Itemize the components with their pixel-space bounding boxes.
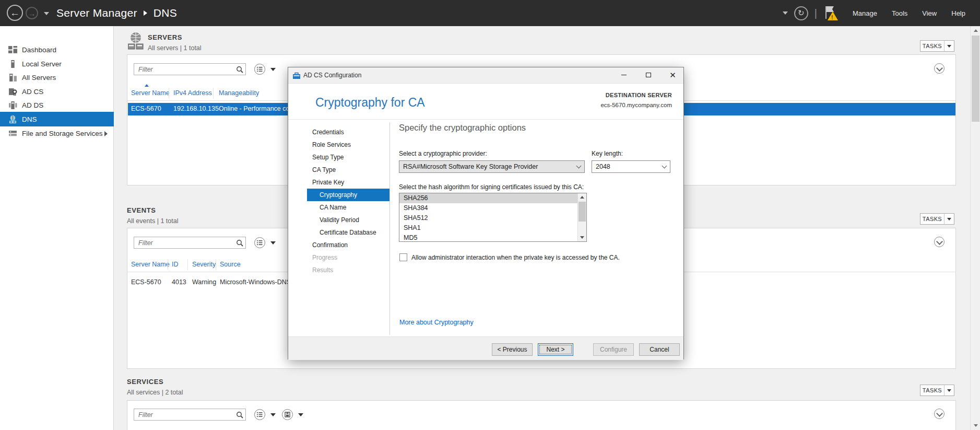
servers-tasks-button[interactable]: TASKS — [920, 40, 954, 52]
previous-button[interactable]: < Previous — [492, 343, 533, 356]
events-col-severity[interactable]: Severity — [192, 261, 216, 268]
listbox-scrollbar-thumb[interactable] — [578, 202, 586, 222]
events-col-server-name[interactable]: Server Name — [131, 261, 170, 268]
configure-button: Configure — [593, 343, 634, 356]
sidebar-item-dns[interactable]: DNS — [0, 112, 114, 126]
servers-col-ipv4[interactable]: IPv4 Address — [173, 89, 212, 97]
hash-option-sha384[interactable]: SHA384 — [399, 203, 577, 213]
sidebar: Dashboard Local Server All Servers AD CS… — [0, 26, 114, 430]
tasks-label: TASKS — [920, 216, 944, 222]
step-confirmation[interactable]: Confirmation — [307, 239, 389, 251]
events-filter-input[interactable] — [134, 239, 234, 247]
step-cryptography[interactable]: Cryptography — [307, 189, 389, 201]
events-section-subtitle: All events | 1 total — [127, 217, 178, 225]
services-panel — [127, 400, 956, 430]
provider-combobox[interactable]: RSA#Microsoft Software Key Storage Provi… — [399, 160, 585, 173]
sidebar-item-dashboard[interactable]: Dashboard — [0, 43, 114, 57]
tasks-caret-icon — [944, 218, 954, 220]
events-col-source[interactable]: Source — [220, 261, 241, 268]
listbox-scrollbar[interactable] — [577, 193, 586, 241]
step-ca-type[interactable]: CA Type — [307, 164, 389, 176]
step-setup-type[interactable]: Setup Type — [307, 151, 389, 164]
search-icon — [234, 239, 245, 247]
menu-view[interactable]: View — [915, 0, 944, 26]
allow-admin-interaction-checkbox[interactable] — [399, 253, 407, 261]
search-icon — [234, 411, 245, 419]
dialog-titlebar[interactable]: AD CS Configuration ✕ — [288, 67, 683, 84]
servers-col-manageability[interactable]: Manageability — [219, 89, 259, 97]
servers-view-caret-icon[interactable] — [270, 68, 276, 71]
maximize-icon[interactable] — [639, 68, 658, 82]
services-collapse-icon[interactable] — [934, 409, 944, 419]
servers-col-server-name[interactable]: Server Name — [131, 89, 170, 97]
events-tasks-button[interactable]: TASKS — [920, 213, 954, 225]
allow-admin-interaction-label: Allow administrator interaction when the… — [411, 254, 620, 261]
sidebar-item-all-servers[interactable]: All Servers — [0, 71, 114, 85]
step-credentials[interactable]: Credentials — [307, 126, 389, 138]
servers-filter-input[interactable] — [134, 66, 234, 73]
sidebar-item-label: File and Storage Services — [22, 130, 103, 137]
breadcrumb: Server Manager DNS — [56, 0, 177, 26]
servers-list-view-icon[interactable] — [254, 64, 265, 75]
next-button[interactable]: Next > — [538, 343, 573, 356]
step-role-services[interactable]: Role Services — [307, 138, 389, 151]
hash-option-md5[interactable]: MD5 — [399, 233, 577, 242]
cancel-button[interactable]: Cancel — [639, 343, 680, 356]
adcs-app-icon — [292, 72, 301, 80]
back-icon[interactable]: ← — [7, 5, 23, 21]
hash-option-sha1[interactable]: SHA1 — [399, 223, 577, 233]
services-section-subtitle: All services | 2 total — [127, 389, 183, 396]
dialog-footer: < Previous Next > Configure Cancel — [288, 336, 683, 360]
step-validity-period[interactable]: Validity Period — [307, 214, 389, 226]
step-ca-name[interactable]: CA Name — [307, 201, 389, 214]
breadcrumb-current: DNS — [154, 7, 177, 19]
services-tasks-button[interactable]: TASKS — [920, 385, 954, 396]
menu-manage[interactable]: Manage — [845, 0, 884, 26]
hash-option-sha512[interactable]: SHA512 — [399, 213, 577, 223]
scroll-down-icon[interactable] — [971, 421, 980, 430]
services-view-caret-icon[interactable] — [270, 413, 276, 416]
cell-source: Microsoft-Windows-DNS — [220, 278, 291, 286]
destination-server-value: ecs-5670.mycompany.com — [600, 102, 672, 108]
events-collapse-icon[interactable] — [934, 237, 944, 247]
notifications-caret-icon[interactable] — [783, 11, 788, 15]
key-length-combobox[interactable]: 2048 — [592, 160, 670, 173]
scroll-up-icon[interactable] — [971, 26, 980, 35]
nav-history-caret-icon[interactable] — [44, 12, 49, 15]
steps-divider — [389, 122, 390, 335]
sidebar-item-file-storage-services[interactable]: File and Storage Services — [0, 126, 114, 141]
breadcrumb-root[interactable]: Server Manager — [56, 7, 137, 19]
menu-tools[interactable]: Tools — [884, 0, 915, 26]
sidebar-item-ad-ds[interactable]: AD DS — [0, 98, 114, 112]
sidebar-item-local-server[interactable]: Local Server — [0, 57, 114, 71]
services-saved-filters-caret-icon[interactable] — [298, 413, 303, 416]
provider-label: Select a cryptographic provider: — [399, 150, 487, 157]
servers-filter-box — [134, 63, 246, 75]
scroll-up-icon[interactable] — [578, 193, 586, 201]
close-icon[interactable]: ✕ — [663, 68, 682, 82]
forward-icon[interactable]: → — [26, 7, 38, 19]
sidebar-item-ad-cs[interactable]: AD CS — [0, 85, 114, 99]
minimize-icon[interactable] — [614, 68, 633, 82]
refresh-icon[interactable]: ↻ — [794, 6, 808, 20]
dashboard-icon — [8, 45, 17, 54]
events-section-title: EVENTS — [127, 206, 156, 214]
scroll-down-icon[interactable] — [578, 234, 586, 241]
services-list-view-icon[interactable] — [254, 409, 265, 420]
events-list-view-icon[interactable] — [254, 237, 265, 248]
step-certificate-database[interactable]: Certificate Database — [307, 226, 389, 239]
expand-chevron-icon[interactable] — [104, 131, 108, 136]
events-view-caret-icon[interactable] — [270, 241, 276, 245]
servers-collapse-icon[interactable] — [934, 63, 944, 74]
menu-help[interactable]: Help — [944, 0, 973, 26]
main-scrollbar[interactable] — [970, 26, 980, 430]
services-saved-filters-icon[interactable] — [282, 409, 293, 420]
hash-option-sha256[interactable]: SHA256 — [399, 193, 577, 203]
notification-flag-icon[interactable]: ! — [822, 5, 838, 21]
services-filter-input[interactable] — [134, 411, 234, 419]
step-private-key[interactable]: Private Key — [307, 176, 389, 189]
tasks-label: TASKS — [920, 387, 944, 393]
events-col-id[interactable]: ID — [172, 261, 179, 268]
more-about-cryptography-link[interactable]: More about Cryptography — [399, 319, 474, 326]
scrollbar-thumb[interactable] — [972, 36, 979, 122]
